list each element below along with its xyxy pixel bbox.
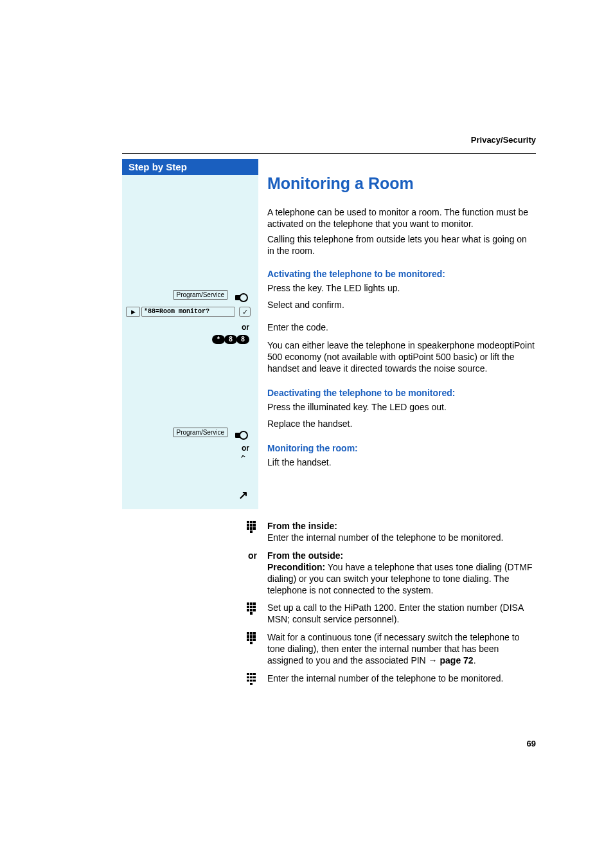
- step-select-confirm: Select and confirm.: [267, 300, 536, 311]
- intro-paragraph-2: Calling this telephone from outside lets…: [267, 234, 536, 257]
- keypad-icon: [247, 632, 257, 642]
- step-replace-handset: Replace the handset.: [267, 419, 536, 430]
- step-enter-code: Enter the code.: [267, 322, 536, 334]
- lower-instructions: From the inside: Enter the internal numb…: [122, 521, 536, 685]
- led-key-icon-2: [235, 429, 248, 440]
- sidebar-title: Step by Step: [122, 159, 258, 175]
- sidebar-or-2: or: [126, 444, 254, 453]
- speakerphone-note: You can either leave the telephone in sp…: [267, 340, 536, 375]
- section-title: Monitoring a Room: [267, 174, 536, 193]
- confirm-check-icon: ✓: [239, 307, 251, 317]
- keypad-icon: [247, 602, 257, 613]
- continuous-tone-text: Wait for a continuous tone (if necessary…: [267, 632, 519, 665]
- code-keys: *88: [126, 332, 254, 344]
- step-lift-handset: Lift the handset.: [267, 457, 536, 469]
- key-star: *: [212, 335, 225, 344]
- precondition-label: Precondition:: [267, 562, 325, 572]
- program-service-key-label: Program/Service: [173, 290, 227, 300]
- program-service-key-label-2: Program/Service: [173, 428, 227, 437]
- lower-or: or: [248, 550, 257, 561]
- lcd-option-text: *88=Room monitor?: [141, 307, 235, 317]
- setup-call-text: Set up a call to the HiPath 1200. Enter …: [267, 602, 536, 626]
- nav-arrow-icon: ▶: [126, 307, 140, 317]
- handset-down-icon: ⌃: [238, 453, 249, 466]
- enter-internal-number-text: Enter the internal number of the telepho…: [267, 673, 536, 685]
- step-by-step-sidebar: Step by Step Program/Service ▶ *88=Room …: [122, 159, 258, 509]
- period: .: [474, 655, 476, 665]
- monitoring-heading: Monitoring the room:: [267, 443, 536, 453]
- page-link-72[interactable]: → page 72: [429, 655, 474, 665]
- key-8b: 8: [236, 335, 249, 344]
- led-key-icon: [235, 291, 248, 303]
- deactivating-heading: Deactivating the telephone to be monitor…: [267, 388, 536, 398]
- page-number: 69: [527, 739, 536, 748]
- intro-paragraph-1: A telephone can be used to monitor a roo…: [267, 207, 536, 230]
- keypad-icon: [247, 673, 257, 683]
- main-content: Monitoring a Room A telephone can be use…: [267, 159, 536, 509]
- from-outside-label: From the outside:: [267, 550, 343, 561]
- from-inside-text: Enter the internal number of the telepho…: [267, 532, 503, 543]
- step-press-illuminated: Press the illuminated key. The LED goes …: [267, 402, 536, 413]
- keypad-icon: [247, 521, 257, 531]
- activating-heading: Activating the telephone to be monitored…: [267, 269, 536, 279]
- key-8a: 8: [224, 335, 237, 344]
- step-press-key: Press the key. The LED lights up.: [267, 283, 536, 294]
- handset-up-icon: ↗: [238, 488, 248, 502]
- from-inside-label: From the inside:: [267, 521, 337, 531]
- breadcrumb: Privacy/Security: [122, 135, 536, 145]
- sidebar-or-1: or: [126, 323, 254, 332]
- header-rule: [122, 153, 536, 154]
